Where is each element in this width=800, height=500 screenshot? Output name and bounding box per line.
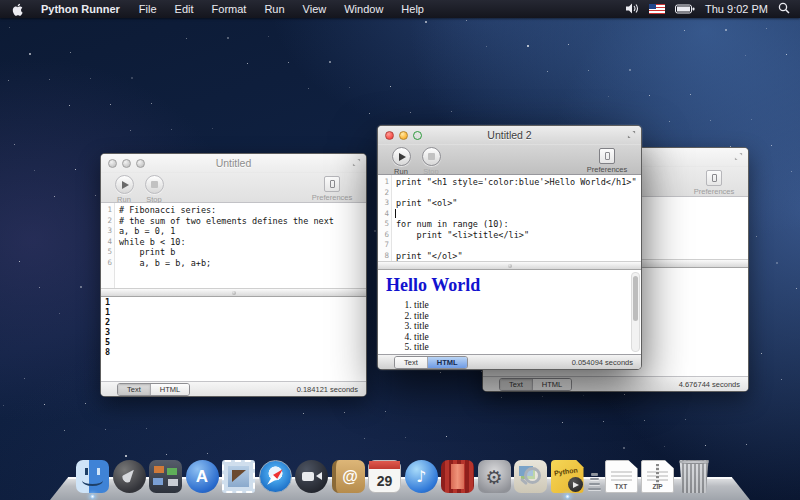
dock: A @ 29 ♪ ⚙ — [50, 440, 750, 500]
code-line: a, b = b, a+b; — [119, 258, 366, 269]
battery-icon[interactable] — [675, 4, 695, 14]
code-line — [396, 188, 641, 199]
dock-system-preferences-icon[interactable]: ⚙ — [478, 460, 511, 493]
menu-item[interactable]: Run — [255, 3, 293, 15]
text-tab[interactable]: Text — [118, 384, 151, 395]
dock-address-book-icon[interactable]: @ — [332, 460, 365, 493]
code-line: print "<li>title</li>" — [396, 230, 641, 241]
line-number: 8 — [378, 251, 389, 262]
running-indicator — [565, 494, 570, 499]
code-text[interactable]: print "<h1 style='color:blue'>Hello Worl… — [392, 175, 641, 261]
app-menu-title[interactable]: Python Runner — [31, 3, 130, 15]
dock-txt-document-icon[interactable]: TXT — [605, 460, 638, 493]
code-line: while b < 10: — [119, 237, 366, 248]
html-tab[interactable]: HTML — [533, 379, 571, 390]
line-number: 4 — [378, 209, 389, 220]
menu-item[interactable]: Edit — [166, 3, 203, 15]
preferences-button[interactable]: Preferences — [306, 175, 358, 202]
txt-label: TXT — [605, 483, 638, 490]
output-area[interactable]: 112358 — [101, 297, 366, 381]
code-line: print b — [119, 247, 366, 258]
code-line: print "</ol>" — [396, 251, 641, 262]
dock-itunes-icon[interactable]: ♪ — [405, 460, 438, 493]
text-tab[interactable]: Text — [395, 357, 428, 368]
output-line: 8 — [101, 347, 366, 357]
scrollbar-track[interactable] — [631, 272, 640, 352]
fullscreen-icon[interactable] — [627, 130, 636, 139]
text-tab[interactable]: Text — [500, 379, 533, 390]
preferences-label: Preferences — [694, 187, 734, 196]
dock-mail-icon[interactable] — [222, 460, 255, 493]
menu-item[interactable]: File — [130, 3, 166, 15]
preferences-button[interactable]: Preferences — [688, 169, 740, 196]
spotlight-icon[interactable] — [778, 2, 790, 16]
menu-item[interactable]: View — [294, 3, 336, 15]
code-line — [396, 209, 641, 220]
zipper-icon — [656, 464, 659, 485]
code-line: print "<h1 style='color:blue'>Hello Worl… — [396, 177, 641, 188]
dock-preview-icon[interactable] — [514, 460, 547, 493]
play-icon — [122, 181, 129, 189]
html-output-area[interactable]: Hello World titletitletitletitletitletit… — [378, 270, 641, 354]
list-item: title — [414, 300, 641, 311]
dock-mission-control-icon[interactable] — [149, 460, 182, 493]
fullscreen-icon[interactable] — [352, 158, 361, 167]
elapsed-time: 4.676744 seconds — [679, 380, 740, 389]
dock-photo-booth-icon[interactable] — [441, 460, 474, 493]
output-line: 2 — [101, 317, 366, 327]
dock-python-runner-icon[interactable]: Python — [551, 460, 584, 493]
code-line: # Fibonacci series: — [119, 205, 366, 216]
input-language-flag-icon[interactable] — [649, 4, 665, 14]
stop-button[interactable]: Stop — [139, 175, 169, 204]
code-line: a, b = 0, 1 — [119, 226, 366, 237]
run-button[interactable]: Run — [109, 175, 139, 204]
dock-facetime-icon[interactable] — [295, 460, 328, 493]
output-line: 1 — [101, 307, 366, 317]
title-bar[interactable]: Untitled — [101, 154, 366, 173]
rendered-ordered-list: titletitletitletitletitletitle — [378, 300, 641, 354]
running-indicator — [90, 494, 95, 499]
menu-item[interactable]: Format — [203, 3, 256, 15]
code-editor[interactable]: 123456 # Fibonacci series:# the sum of t… — [101, 203, 366, 288]
rendered-heading: Hello World — [386, 275, 641, 296]
splitter[interactable] — [378, 261, 641, 270]
bottom-bar: Text HTML 0.184121 seconds — [101, 381, 366, 396]
list-item: title — [414, 353, 641, 354]
at-glyph: @ — [332, 460, 365, 493]
volume-icon[interactable] — [626, 3, 639, 16]
dock-app-store-icon[interactable]: A — [186, 460, 219, 493]
code-editor[interactable]: 12345678 print "<h1 style='color:blue'>H… — [378, 175, 641, 261]
code-text[interactable]: # Fibonacci series:# the sum of two elem… — [115, 203, 366, 288]
dock-separator — [587, 460, 601, 493]
preferences-button[interactable]: Preferences — [581, 147, 633, 174]
line-number-gutter: 123456 — [101, 203, 115, 288]
dock-calendar-icon[interactable]: 29 — [368, 460, 401, 493]
stop-icon — [151, 181, 158, 188]
title-bar[interactable]: Untitled 2 — [378, 126, 641, 145]
line-number: 1 — [378, 177, 389, 188]
dock-zip-document-icon[interactable]: ZIP — [641, 460, 674, 493]
menu-item[interactable]: Help — [392, 3, 433, 15]
output-line: 1 — [101, 297, 366, 307]
run-button[interactable]: Run — [386, 147, 416, 176]
html-tab[interactable]: HTML — [151, 384, 189, 395]
bottom-bar: Text HTML 4.676744 seconds — [483, 376, 748, 391]
menu-item[interactable]: Window — [335, 3, 392, 15]
dock-safari-icon[interactable] — [259, 460, 292, 493]
runner-window-untitled-2: Untitled 2 Run Stop Preferences 12345678… — [377, 125, 642, 370]
menu-list: FileEditFormatRunViewWindowHelp — [130, 3, 433, 15]
menu-clock[interactable]: Thu 9:02 PM — [705, 3, 768, 15]
splitter[interactable] — [101, 288, 366, 297]
scrollbar-thumb[interactable] — [633, 276, 638, 321]
stop-button[interactable]: Stop — [416, 147, 446, 176]
play-badge-icon — [568, 477, 583, 492]
apple-menu-icon[interactable] — [12, 3, 23, 16]
list-item: title — [414, 311, 641, 322]
dock-trash-icon[interactable] — [678, 460, 711, 493]
music-note-glyph: ♪ — [405, 460, 438, 493]
dock-launchpad-icon[interactable] — [113, 460, 146, 493]
html-tab[interactable]: HTML — [428, 357, 467, 368]
dock-finder-icon[interactable] — [76, 460, 109, 493]
app-store-glyph: A — [186, 460, 219, 493]
fullscreen-icon[interactable] — [734, 152, 743, 161]
